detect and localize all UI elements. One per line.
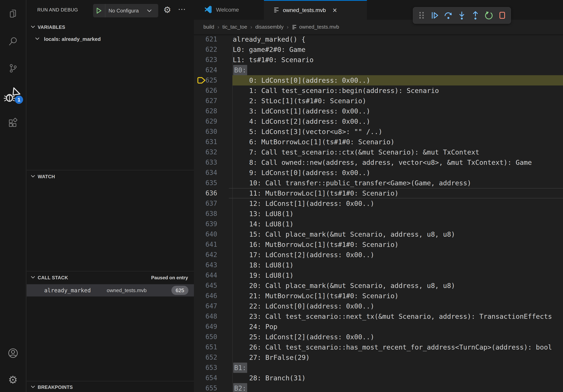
line-number[interactable]: 630 <box>194 127 217 137</box>
line-number[interactable]: 648 <box>194 311 217 322</box>
code-line-646[interactable]: 64621: MutBorrowLoc[1](ts#1#0: Scenario) <box>194 291 563 301</box>
code-line-626[interactable]: 6261: Call test_scenario::begin(address)… <box>194 85 563 96</box>
sidebar-item-search[interactable] <box>0 32 26 51</box>
sidebar-item-extensions[interactable] <box>0 114 26 133</box>
code-line-644[interactable]: 64419: LdU8(1) <box>194 270 563 280</box>
settings-button[interactable]: ⚙ <box>0 370 26 389</box>
watch-section-header[interactable]: WATCH <box>27 170 194 183</box>
line-number[interactable]: 622 <box>194 44 217 55</box>
continue-button[interactable] <box>430 11 439 20</box>
variables-section-header[interactable]: VARIABLES <box>27 21 194 33</box>
code-line-632[interactable]: 6327: Call test_scenario::ctx(&mut Scena… <box>194 147 563 157</box>
line-number[interactable]: 647 <box>194 301 217 311</box>
line-number[interactable]: 640 <box>194 229 217 239</box>
code-line-640[interactable]: 64015: Call place_mark(&mut Scenario, ad… <box>194 229 563 239</box>
line-number[interactable]: 641 <box>194 239 217 250</box>
line-number[interactable]: 652 <box>194 352 217 363</box>
code-line-642[interactable]: 64217: LdConst[2](address: 0x00..) <box>194 250 563 260</box>
code-line-623[interactable]: 623L1: ts#1#0: Scenario <box>194 55 563 65</box>
line-number[interactable]: 651 <box>194 342 217 352</box>
code-line-637[interactable]: 63712: LdConst[1](address: 0x00..) <box>194 198 563 209</box>
line-number[interactable]: 624 <box>194 65 217 75</box>
code-line-622[interactable]: 622L0: game#2#0: Game <box>194 44 563 55</box>
tab-welcome[interactable]: Welcome <box>194 0 264 20</box>
more-actions-icon[interactable]: ··· <box>177 0 187 20</box>
code-line-628[interactable]: 6283: LdConst[1](address: 0x00..) <box>194 106 563 116</box>
code-line-647[interactable]: 64722: LdConst[0](address: 0x00..) <box>194 301 563 311</box>
account-button[interactable] <box>0 344 26 363</box>
code-line-649[interactable]: 64924: Pop <box>194 322 563 332</box>
breadcrumb-item[interactable]: disassembly <box>255 24 283 30</box>
breadcrumb-item[interactable]: owned_tests.mvb <box>299 24 339 30</box>
stop-button[interactable] <box>498 11 507 20</box>
line-number[interactable]: 636 <box>194 188 217 198</box>
drag-handle-icon[interactable] <box>417 11 426 20</box>
code-line-641[interactable]: 64116: MutBorrowLoc[1](ts#1#0: Scenario) <box>194 239 563 250</box>
line-number[interactable]: 639 <box>194 219 217 229</box>
line-number[interactable]: 632 <box>194 147 217 157</box>
line-number[interactable]: 629 <box>194 116 217 127</box>
breadcrumb-item[interactable]: tic_tac_toe <box>222 24 247 30</box>
code-line-643[interactable]: 64318: LdU8(1) <box>194 260 563 270</box>
line-number[interactable]: 635 <box>194 178 217 188</box>
code-line-629[interactable]: 6294: LdConst[2](address: 0x00..) <box>194 116 563 127</box>
start-debug-icon[interactable] <box>93 4 105 17</box>
step-over-button[interactable] <box>444 11 453 20</box>
breakpoints-section-header[interactable]: BREAKPOINTS <box>27 382 194 392</box>
line-number[interactable]: 633 <box>194 157 217 168</box>
sidebar-item-run-and-debug[interactable]: 1 <box>0 86 26 105</box>
code-line-621[interactable]: 621already_marked() { <box>194 34 563 44</box>
line-number[interactable]: 655 <box>194 383 217 392</box>
sidebar-item-explorer[interactable] <box>0 4 26 23</box>
code-line-634[interactable]: 6349: LdConst[0](address: 0x00..) <box>194 168 563 178</box>
line-number[interactable]: 653 <box>194 363 217 373</box>
breadcrumb-item[interactable]: build <box>203 24 214 30</box>
debug-config-dropdown[interactable]: No Configura <box>93 4 158 17</box>
code-line-645[interactable]: 64520: Call place_mark(&mut Scenario, ad… <box>194 280 563 291</box>
code-line-652[interactable]: 65227: BrFalse(29) <box>194 352 563 363</box>
code-area[interactable]: 621already_marked() {622L0: game#2#0: Ga… <box>194 34 563 392</box>
code-line-653[interactable]: 653B1: <box>194 363 563 373</box>
code-line-655[interactable]: 655B2: <box>194 383 563 392</box>
line-number[interactable]: 634 <box>194 168 217 178</box>
code-line-633[interactable]: 6338: Call owned::new(address, address, … <box>194 157 563 168</box>
line-number[interactable]: 649 <box>194 322 217 332</box>
code-line-624[interactable]: 624B0: <box>194 65 563 75</box>
sidebar-item-source-control[interactable] <box>0 59 26 78</box>
restart-button[interactable] <box>484 11 493 20</box>
code-line-636[interactable]: 63611: MutBorrowLoc[1](ts#1#0: Scenario) <box>194 188 563 198</box>
code-line-625[interactable]: 6250: LdConst[0](address: 0x00..) <box>194 75 563 85</box>
code-line-635[interactable]: 63510: Call transfer::public_transfer<Ga… <box>194 178 563 188</box>
call-stack-frame-row[interactable]: already_marked owned_tests.mvb 625 <box>27 284 194 297</box>
line-number[interactable]: 631 <box>194 137 217 147</box>
code-line-654[interactable]: 65428: Branch(31) <box>194 373 563 383</box>
step-into-button[interactable] <box>457 11 466 20</box>
code-line-651[interactable]: 65126: Call test_scenario::has_most_rece… <box>194 342 563 352</box>
line-number[interactable]: 644 <box>194 270 217 280</box>
code-line-639[interactable]: 63914: LdU8(1) <box>194 219 563 229</box>
code-line-648[interactable]: 64823: Call test_scenario::next_tx(&mut … <box>194 311 563 322</box>
line-number[interactable]: 637 <box>194 198 217 209</box>
variables-locals-row[interactable]: locals: already_marked <box>27 34 194 45</box>
code-line-650[interactable]: 65025: LdConst[2](address: 0x00..) <box>194 332 563 342</box>
code-line-631[interactable]: 6316: MutBorrowLoc[1](ts#1#0: Scenario) <box>194 137 563 147</box>
line-number[interactable]: 627 <box>194 96 217 106</box>
line-number[interactable]: 638 <box>194 209 217 219</box>
line-number[interactable]: 623 <box>194 55 217 65</box>
line-number[interactable]: 642 <box>194 250 217 260</box>
code-line-638[interactable]: 63813: LdU8(1) <box>194 209 563 219</box>
line-number[interactable]: 643 <box>194 260 217 270</box>
tab-owned-tests[interactable]: owned_tests.mvb × <box>264 0 367 20</box>
call-stack-section-header[interactable]: CALL STACK Paused on entry <box>27 271 194 284</box>
line-number[interactable]: 646 <box>194 291 217 301</box>
debug-settings-gear-icon[interactable]: ⚙ <box>162 0 172 20</box>
line-number[interactable]: 626 <box>194 85 217 96</box>
step-out-button[interactable] <box>471 11 480 20</box>
line-number[interactable]: 621 <box>194 34 217 44</box>
code-line-630[interactable]: 6305: LdConst[3](vector<u8>: "" /..) <box>194 127 563 137</box>
close-icon[interactable]: × <box>333 7 337 14</box>
code-line-627[interactable]: 6272: StLoc[1](ts#1#0: Scenario) <box>194 96 563 106</box>
line-number[interactable]: 645 <box>194 280 217 291</box>
line-number[interactable]: 628 <box>194 106 217 116</box>
line-number[interactable]: 654 <box>194 373 217 383</box>
